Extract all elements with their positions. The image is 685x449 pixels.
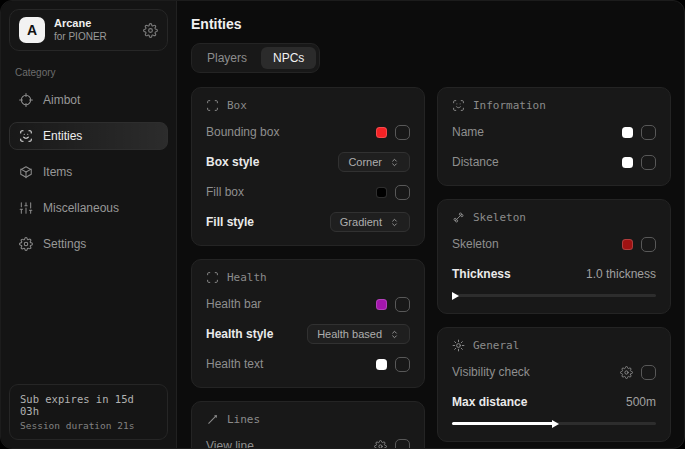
card-general: General Visibility check Max distance 50…: [437, 327, 671, 442]
brackets-icon: [206, 99, 219, 112]
setting-row: Thickness 1.0 thickness: [452, 264, 656, 284]
setting-label: Name: [452, 125, 484, 139]
app-subtitle: for PIONER: [54, 31, 107, 44]
setting-label: Thickness: [452, 267, 511, 281]
subscription-info: Sub expires in 15d 03h Session duration …: [9, 384, 168, 440]
setting-row: Health text: [206, 354, 410, 374]
app-window: A Arcane for PIONER Category Aimbot Enti…: [0, 0, 685, 449]
dropdown-value: Gradient: [340, 216, 382, 228]
sliders-icon: [19, 201, 33, 215]
max-distance-slider[interactable]: [452, 419, 656, 428]
setting-label: Health style: [206, 327, 273, 341]
slider-thumb[interactable]: [452, 292, 459, 300]
card-title: General: [473, 339, 519, 352]
card-title: Health: [227, 271, 267, 284]
crosshair-icon: [19, 93, 33, 107]
slider-track: [452, 294, 656, 297]
health-style-dropdown[interactable]: Health based: [307, 324, 410, 344]
color-swatch[interactable]: [622, 127, 633, 138]
color-swatch[interactable]: [376, 299, 387, 310]
color-swatch[interactable]: [376, 127, 387, 138]
gear-icon[interactable]: [143, 23, 158, 38]
page-title: Entities: [191, 16, 671, 32]
setting-label: Box style: [206, 155, 259, 169]
gear-icon: [19, 237, 33, 251]
app-name: Arcane: [54, 17, 107, 31]
dropdown-value: Corner: [348, 156, 382, 168]
setting-row: Fill box: [206, 182, 410, 202]
slider-value: 1.0 thickness: [586, 267, 656, 281]
gear-icon[interactable]: [620, 366, 633, 379]
setting-label: Fill box: [206, 185, 244, 199]
setting-label: Distance: [452, 155, 499, 169]
session-duration-text: Session duration 21s: [20, 420, 157, 431]
tab-bar: Players NPCs: [191, 43, 320, 73]
setting-row: Distance: [452, 152, 656, 172]
diagonal-line-icon: [206, 413, 219, 426]
slider-thumb[interactable]: [552, 420, 559, 428]
checkbox[interactable]: [395, 185, 410, 200]
setting-label: Skeleton: [452, 237, 499, 251]
card-title: Skeleton: [473, 211, 526, 224]
color-swatch[interactable]: [622, 157, 633, 168]
sidebar-item-settings[interactable]: Settings: [9, 230, 168, 258]
tab-npcs[interactable]: NPCs: [261, 47, 316, 69]
setting-label: Bounding box: [206, 125, 279, 139]
setting-row: View line: [206, 436, 410, 448]
fill-style-dropdown[interactable]: Gradient: [330, 212, 410, 232]
sidebar-item-miscellaneous[interactable]: Miscellaneous: [9, 194, 168, 222]
scan-face-icon: [19, 129, 33, 143]
slider-value: 500m: [626, 395, 656, 409]
card-information: Information Name Distance: [437, 87, 671, 186]
tab-players[interactable]: Players: [195, 47, 259, 69]
sidebar-item-label: Miscellaneous: [43, 201, 119, 215]
sidebar-item-items[interactable]: Items: [9, 158, 168, 186]
sidebar-item-label: Items: [43, 165, 72, 179]
app-logo: A: [19, 17, 45, 43]
box-icon: [19, 165, 33, 179]
chevrons-up-down-icon: [389, 157, 400, 168]
checkbox[interactable]: [395, 357, 410, 372]
checkbox[interactable]: [395, 125, 410, 140]
color-swatch[interactable]: [376, 359, 387, 370]
sub-expires-text: Sub expires in 15d 03h: [20, 393, 157, 417]
thickness-slider[interactable]: [452, 291, 656, 300]
card-title: Information: [473, 99, 546, 112]
sun-icon: [452, 339, 465, 352]
checkbox[interactable]: [395, 439, 410, 449]
brackets-icon: [206, 271, 219, 284]
setting-row: Name: [452, 122, 656, 142]
sidebar-item-entities[interactable]: Entities: [9, 122, 168, 150]
category-label: Category: [15, 67, 162, 78]
slider-fill: [452, 422, 554, 425]
setting-row: Visibility check: [452, 362, 656, 382]
card-title: Lines: [227, 413, 260, 426]
setting-row: Bounding box: [206, 122, 410, 142]
setting-label: Fill style: [206, 215, 254, 229]
setting-row: Fill style Gradient: [206, 212, 410, 232]
checkbox[interactable]: [641, 237, 656, 252]
bone-icon: [452, 211, 465, 224]
checkbox[interactable]: [641, 155, 656, 170]
main-content: Entities Players NPCs Box Bounding box: [177, 1, 684, 448]
gear-icon[interactable]: [374, 440, 387, 449]
setting-row: Health bar: [206, 294, 410, 314]
brand-header: A Arcane for PIONER: [9, 9, 168, 51]
setting-row: Max distance 500m: [452, 392, 656, 412]
card-box: Box Bounding box Box style Corner: [191, 87, 425, 246]
card-health: Health Health bar Health style Health ba…: [191, 259, 425, 388]
sidebar-item-label: Entities: [43, 129, 82, 143]
box-style-dropdown[interactable]: Corner: [338, 152, 410, 172]
checkbox[interactable]: [641, 365, 656, 380]
checkbox[interactable]: [395, 297, 410, 312]
setting-label: Max distance: [452, 395, 527, 409]
checkbox[interactable]: [641, 125, 656, 140]
sidebar: A Arcane for PIONER Category Aimbot Enti…: [1, 1, 177, 448]
sidebar-item-label: Aimbot: [43, 93, 80, 107]
card-skeleton: Skeleton Skeleton Thickness 1.0 thicknes…: [437, 199, 671, 314]
setting-label: Health text: [206, 357, 263, 371]
color-swatch[interactable]: [622, 239, 633, 250]
color-swatch[interactable]: [376, 187, 387, 198]
setting-label: View line: [206, 439, 254, 448]
sidebar-item-aimbot[interactable]: Aimbot: [9, 86, 168, 114]
